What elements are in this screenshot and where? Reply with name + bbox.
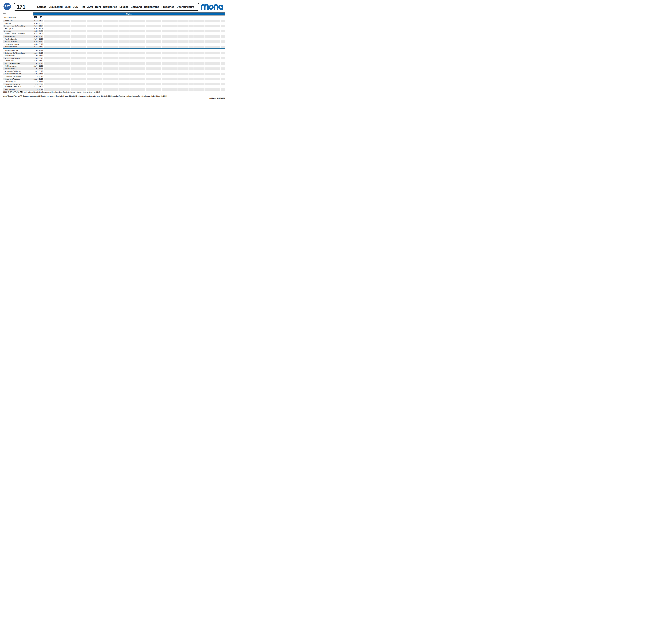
- empty-time-cell: [189, 55, 194, 57]
- empty-time-cell: [81, 27, 87, 30]
- empty-time-cell: [108, 43, 113, 45]
- empty-time-cell: [205, 38, 210, 40]
- empty-time-cell: [87, 60, 92, 62]
- empty-time-cell: [60, 78, 65, 80]
- empty-time-cell: [87, 22, 92, 25]
- empty-time-cell: [205, 52, 210, 55]
- empty-time-cell: [135, 32, 140, 35]
- empty-time-cell: [156, 55, 162, 57]
- empty-time-cell: [162, 38, 167, 40]
- empty-time-cell: [76, 35, 81, 38]
- empty-time-cell: [55, 70, 60, 73]
- empty-time-cell: [183, 55, 188, 57]
- table-row: - Ortsmitte20.5322.05: [3, 22, 225, 25]
- empty-time-cell: [113, 75, 119, 78]
- empty-time-cell: [135, 60, 140, 62]
- time-cell: 20.56: [33, 43, 38, 45]
- empty-time-cell: [210, 52, 215, 55]
- empty-time-cell: [167, 27, 172, 30]
- empty-time-cell: [92, 49, 97, 52]
- time-cell: 22.10: [38, 45, 43, 48]
- empty-time-cell: [76, 65, 81, 67]
- empty-time-cell: [194, 52, 199, 55]
- empty-time-cell: [189, 62, 194, 65]
- empty-time-cell: [49, 45, 54, 48]
- empty-time-cell: [49, 43, 54, 45]
- stop-name-cell: - Ortsmitte: [3, 22, 33, 25]
- stop-name-cell: - Daimler-/Benzstr.: [3, 38, 33, 40]
- empty-time-cell: [76, 73, 81, 75]
- table-row: - Daimler-/Benzstr.20.5622.10: [3, 38, 225, 40]
- empty-time-cell: [81, 83, 87, 86]
- empty-time-cell: [49, 40, 54, 43]
- empty-time-cell: [71, 25, 76, 27]
- empty-time-cell: [145, 49, 151, 52]
- empty-time-cell: [167, 20, 172, 22]
- empty-time-cell: [76, 88, 81, 91]
- empty-time-cell: [124, 45, 129, 48]
- service-days-bar: täglich: [33, 12, 225, 15]
- empty-time-cell: [124, 35, 129, 38]
- empty-time-cell: [178, 73, 183, 75]
- empty-time-cell: [92, 81, 97, 83]
- empty-time-cell: [92, 20, 97, 22]
- empty-time-cell: [55, 35, 60, 38]
- empty-time-cell: [97, 43, 102, 45]
- empty-time-cell: [81, 78, 87, 80]
- empty-time-cell: [183, 45, 188, 48]
- time-cell: 22.07: [38, 27, 43, 30]
- table-row: - ZUM (Steig C3)21.1022.18: [3, 81, 225, 83]
- empty-time-cell: [194, 40, 199, 43]
- empty-time-cell: [60, 70, 65, 73]
- empty-time-cell: [199, 40, 204, 43]
- empty-time-cell: [145, 35, 151, 38]
- empty-time-cell: [129, 81, 135, 83]
- empty-time-cell: [172, 68, 178, 70]
- empty-time-cell: [205, 20, 210, 22]
- empty-time-cell: [71, 75, 76, 78]
- empty-time-cell: [87, 75, 92, 78]
- empty-time-cell: [55, 88, 60, 91]
- empty-time-cell: [194, 30, 199, 32]
- empty-time-cell: [103, 81, 108, 83]
- empty-time-cell: [156, 27, 162, 30]
- empty-time-cell: [119, 78, 124, 80]
- empty-time-cell: [172, 38, 178, 40]
- empty-time-cell: [124, 25, 129, 27]
- empty-time-cell: [60, 75, 65, 78]
- empty-time-cell: [167, 78, 172, 80]
- empty-time-cell: [205, 22, 210, 25]
- empty-time-cell: [55, 62, 60, 65]
- time-cell: 22.21: [38, 88, 43, 91]
- empty-time-cell: [113, 32, 119, 35]
- empty-time-cell: [145, 25, 151, 27]
- empty-time-cell: [189, 86, 194, 88]
- empty-time-cell: [49, 38, 54, 40]
- time-cell: 22.20: [38, 86, 43, 88]
- empty-time-cell: [103, 83, 108, 86]
- empty-time-cell: [194, 78, 199, 80]
- empty-time-cell: [81, 52, 87, 55]
- empty-time-cell: [172, 30, 178, 32]
- empty-time-cell: [44, 86, 49, 88]
- empty-time-cell: [129, 43, 135, 45]
- empty-time-cell: [221, 40, 225, 43]
- empty-time-cell: [210, 43, 215, 45]
- empty-time-cell: [178, 62, 183, 65]
- empty-time-cell: [92, 52, 97, 55]
- empty-time-cell: [49, 73, 54, 75]
- empty-time-cell: [145, 65, 151, 67]
- empty-time-cell: [189, 68, 194, 70]
- empty-time-cell: [76, 40, 81, 43]
- empty-time-cell: [113, 52, 119, 55]
- empty-time-cell: [71, 62, 76, 65]
- empty-time-cell: [145, 38, 151, 40]
- empty-time-cell: [156, 38, 162, 40]
- empty-time-cell: [183, 83, 188, 86]
- time-cell: 21.04: [33, 62, 38, 65]
- empty-time-cell: [60, 60, 65, 62]
- empty-time-cell: [215, 78, 220, 80]
- empty-time-cell: [162, 86, 167, 88]
- empty-time-cell: [119, 73, 124, 75]
- empty-time-cell: [199, 62, 204, 65]
